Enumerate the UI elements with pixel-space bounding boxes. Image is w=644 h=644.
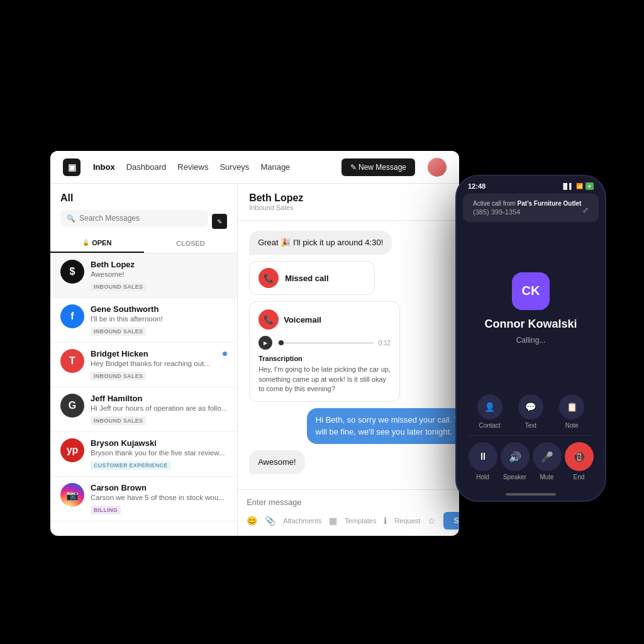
contact-avatar: yp [60,438,84,462]
chat-contact-name: Beth Lopez [249,192,303,204]
wifi-icon: 📶 [576,183,583,189]
speaker-control[interactable]: 🔊 Speaker [501,442,530,480]
paperclip-icon: 📎 [265,516,275,526]
emoji-button[interactable]: 😊 [247,516,257,526]
caller-avatar: CK [512,272,550,310]
contact-name: Gene Southworth [91,304,227,314]
contact-preview: Carson we have 5 of those in stock wou..… [91,494,227,501]
contact-tag: BILLING [91,506,121,514]
text-action[interactable]: 💬 Text [518,394,543,429]
contact-avatar: G [60,394,84,418]
attachments-button[interactable]: Attachments [283,517,321,525]
expand-icon[interactable]: ⤢ [582,206,589,214]
contact-info: Bridget Hicken Hey Bridget thanks for re… [91,349,216,380]
search-input[interactable] [79,214,202,223]
battery-icon: ● [586,182,594,190]
contact-tag: INBOUND SALES [91,282,146,291]
active-call-number: (385) 399-1354 [473,208,589,216]
contact-preview: Bryson thank you for the five star revie… [91,449,227,457]
tabs-row: 🔓 OPEN CLOSED [50,234,237,253]
main-content: All 🔍 ✎ 🔓 OPEN CLOSED $ [50,184,459,536]
template-icon: ▦ [329,516,337,526]
active-call-label: Active call from Pat's Furniture Outlet [473,200,589,207]
chat-toolbar: 😊 📎 Attachments ▦ Templates ℹ Request ☆ … [247,512,459,530]
mute-control[interactable]: 🎤 Mute [533,442,562,480]
speaker-label: Speaker [503,474,526,480]
contact-name: Bryson Kujawski [91,438,227,448]
contact-avatar: f [60,304,84,328]
user-avatar [428,158,447,177]
chat-area: Beth Lopez Inbound Sales ⊙ Great 🎉 I'll … [238,184,459,536]
contact-item[interactable]: G Jeff Hamilton Hi Jeff our hours of ope… [50,387,237,432]
templates-button[interactable]: Templates [345,517,376,525]
mute-icon: 🎤 [533,442,562,471]
audio-scrubber[interactable] [279,340,284,345]
contact-avatar: 📷 [60,483,84,507]
phone-overlay: 12:48 ▐▌▌ 📶 ● Active call from Pat's Fur… [455,175,606,502]
message-sent: Hi Beth, so sorry we missed your call. T… [307,408,459,443]
audio-progress-bar[interactable] [277,342,374,344]
tab-closed[interactable]: CLOSED [144,234,238,253]
transcription-text: Hey, I'm going to be late picking the ca… [258,365,391,394]
desktop-app: ▣ Inbox Dashboard Reviews Surveys Manage… [50,151,459,536]
audio-player: ▶ 0:12 [258,336,391,350]
contact-item[interactable]: f Gene Southworth I'll be in this aftern… [50,298,237,343]
sidebar-title: All [60,192,227,204]
chat-input-area: 😊 📎 Attachments ▦ Templates ℹ Request ☆ … [238,489,459,536]
nav-manage[interactable]: Manage [260,162,290,172]
nav-surveys[interactable]: Surveys [219,162,249,172]
nav-reviews[interactable]: Reviews [177,162,208,172]
search-icon: 🔍 [67,214,75,223]
voicemail-label: Voicemail [284,315,321,325]
signal-icon: ▐▌▌ [561,183,573,189]
end-icon: 📵 [565,442,594,471]
contact-action[interactable]: 👤 Contact [477,394,502,429]
voicemail-top: 📞 Voicemail [258,309,391,330]
missed-call-text: Missed call [285,274,328,283]
note-action[interactable]: 📋 Note [559,394,584,429]
contact-info: Bryson Kujawski Bryson thank you for the… [91,438,227,470]
contact-info: Gene Southworth I'll be in this afternoo… [91,304,227,336]
contact-tag: CUSTOMER EXPERIENCE [91,461,171,470]
contact-tag: INBOUND SALES [91,416,146,425]
contact-list: $ Beth Lopez Awesome! INBOUND SALES f Ge… [50,253,237,536]
phone-home-bar [506,493,556,496]
star-icon[interactable]: ☆ [428,516,436,526]
contact-item[interactable]: T Bridget Hicken Hey Bridget thanks for … [50,343,237,387]
hold-icon: ⏸ [469,442,497,471]
nav-inbox[interactable]: Inbox [93,162,115,172]
contact-label: Contact [479,422,500,429]
request-button[interactable]: Request [394,517,420,525]
message-input[interactable] [247,497,459,507]
play-button[interactable]: ▶ [258,336,272,350]
contact-info: Carson Brown Carson we have 5 of those i… [91,483,227,514]
contact-name: Carson Brown [91,483,227,492]
sidebar: All 🔍 ✎ 🔓 OPEN CLOSED $ [50,184,238,536]
sidebar-header: All 🔍 ✎ [50,184,237,233]
contact-info: Jeff Hamilton Hi Jeff our hours of opera… [91,394,227,425]
contact-icon: 👤 [477,394,502,419]
contact-item[interactable]: 📷 Carson Brown Carson we have 5 of those… [50,477,237,521]
messages-area: Great 🎉 I'll pick it up around 4:30! 📞 M… [238,221,459,489]
call-controls: ⏸ Hold 🔊 Speaker 🎤 Mute 📵 End [457,442,605,493]
caller-area: CK Connor Kowalski Calling... [457,222,605,394]
caller-name: Connor Kowalski [484,318,577,331]
send-button[interactable]: Send [443,512,459,530]
compose-button[interactable]: ✎ [212,214,227,229]
audio-duration: 0:12 [379,340,391,347]
status-icons: ▐▌▌ 📶 ● [561,182,594,190]
message-received: Great 🎉 I'll pick it up around 4:30! [249,231,392,255]
note-icon: 📋 [559,394,584,419]
hold-label: Hold [476,474,489,480]
contact-item[interactable]: $ Beth Lopez Awesome! INBOUND SALES [50,253,237,298]
contact-name: Jeff Hamilton [91,394,227,403]
nav-dashboard[interactable]: Dashboard [126,162,167,172]
contact-item[interactable]: yp Bryson Kujawski Bryson thank you for … [50,432,237,477]
nav-links: Inbox Dashboard Reviews Surveys Manage [93,162,329,172]
new-message-button[interactable]: ✎ New Message [341,158,415,176]
text-icon: 💬 [518,394,543,419]
end-control[interactable]: 📵 End [565,442,594,480]
contact-preview: Hi Jeff our hours of operation are as fo… [91,404,227,412]
tab-open[interactable]: 🔓 OPEN [50,234,144,253]
hold-control[interactable]: ⏸ Hold [469,442,497,480]
